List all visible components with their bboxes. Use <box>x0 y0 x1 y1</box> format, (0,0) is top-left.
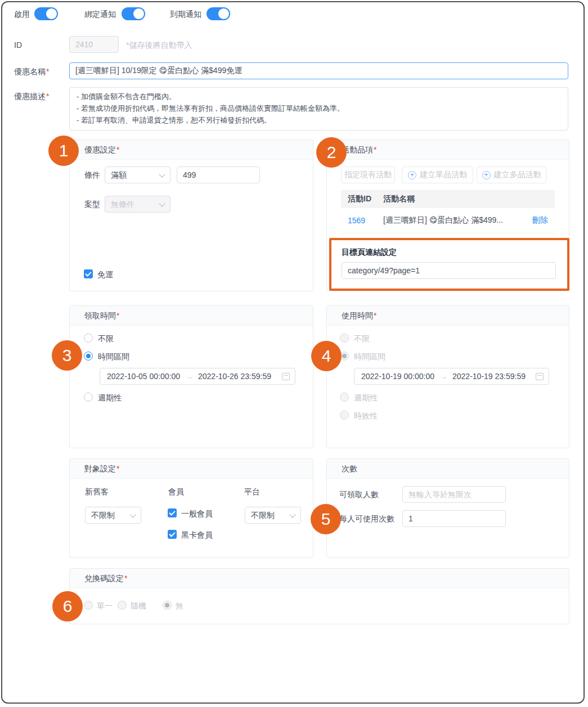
claim-date-range-input[interactable]: 2022-10-05 00:00:00 → 2022-10-26 23:59:5… <box>100 368 295 385</box>
create-single-activity-button: +建立單品活動 <box>402 166 473 183</box>
customer-type-label: 新舊客 <box>85 487 109 496</box>
audience-settings-title: 對象設定* <box>70 459 313 479</box>
claim-cycle-label: 週期性 <box>98 393 122 402</box>
claim-range-label: 時間區間 <box>98 352 129 361</box>
id-autofill-note: *儲存後將自動帶入 <box>126 40 192 49</box>
code-single-radio <box>84 601 93 610</box>
activity-table-row: 1569 [週三嚐鮮日] 😋蛋白點心 滿$499... 刪除 <box>341 208 555 233</box>
platform-select[interactable]: 不限制 <box>245 507 301 524</box>
chevron-down-icon <box>159 171 165 177</box>
counts-title: 次數 <box>327 459 569 479</box>
target-link-highlight-box: 目標頁連結設定 <box>329 238 569 291</box>
discount-settings-title: 優惠設定* <box>70 140 313 160</box>
range-arrow-icon: → <box>185 372 193 381</box>
use-time-title: 使用時間* <box>327 306 569 326</box>
use-unlimited-label: 不限 <box>354 334 370 343</box>
black-card-member-label: 黑卡會員 <box>181 530 213 539</box>
target-link-input[interactable] <box>342 262 556 279</box>
use-date-range-input[interactable]: 2022-10-19 00:00:00 → 2022-10-19 23:59:5… <box>354 368 549 385</box>
step-badge-2: 2 <box>316 137 347 168</box>
step-badge-6: 6 <box>52 591 83 622</box>
condition-amount-input[interactable] <box>177 166 260 183</box>
claim-end-datetime: 2022-10-26 23:59:59 <box>198 372 271 381</box>
desc-line: - 若無成功使用折扣代碼，即無法享有折扣，商品價格請依實際訂單結帳金額為準。 <box>77 102 561 114</box>
use-cycle-label: 週期性 <box>354 393 378 402</box>
code-none-label: 無 <box>176 601 183 610</box>
assign-existing-activity-button: 指定現有活動 <box>341 166 395 183</box>
claim-unlimited-label: 不限 <box>98 334 114 343</box>
enable-toggle[interactable] <box>34 7 58 20</box>
calendar-icon <box>282 373 290 380</box>
case-type-label: 案型 <box>84 200 100 209</box>
enable-toggle-label: 啟用 <box>14 10 30 19</box>
chevron-down-icon <box>159 200 165 206</box>
use-cycle-radio <box>340 393 349 402</box>
bind-notify-toggle-label: 綁定通知 <box>84 10 116 19</box>
expiry-notify-toggle-label: 到期通知 <box>170 10 201 19</box>
use-expiry-label: 時效性 <box>354 411 378 420</box>
activity-table-header: 活動ID 活動名稱 <box>341 190 555 208</box>
code-single-label: 單一 <box>97 601 113 610</box>
use-time-section: 使用時間* 不限 時間區間 2022-10-19 00:00:00 → 2022… <box>326 305 569 448</box>
id-input <box>69 36 119 53</box>
discount-settings-section: 優惠設定* 條件 滿額 案型 無條件 免運 <box>69 139 313 291</box>
plus-circle-icon: + <box>408 171 416 179</box>
use-start-datetime: 2022-10-19 00:00:00 <box>361 372 434 381</box>
claim-time-title: 領取時間* <box>70 306 313 326</box>
redeem-code-title: 兌換碼設定* <box>70 569 569 588</box>
uses-per-person-input[interactable] <box>402 510 506 527</box>
condition-select[interactable]: 滿額 <box>105 166 170 183</box>
activity-id-link[interactable]: 1569 <box>341 216 376 225</box>
expiry-notify-toggle[interactable] <box>207 7 230 20</box>
redeem-code-section: 兌換碼設定* 單一 隨機 無 <box>69 568 569 624</box>
customer-type-select[interactable]: 不限制 <box>85 507 141 524</box>
condition-label: 條件 <box>84 170 100 179</box>
platform-label: 平台 <box>244 487 260 496</box>
coupon-edit-form: { "header_toggles": [ {"label": "啟用", "s… <box>0 0 588 707</box>
claim-range-radio[interactable] <box>84 352 93 361</box>
coupon-name-label: 優惠名稱* <box>14 67 49 76</box>
chevron-down-icon <box>289 511 295 517</box>
activity-name-column-header: 活動名稱 <box>376 194 415 204</box>
coupon-desc-textarea[interactable]: - 加價購金額不包含在門檻內。 - 若無成功使用折扣代碼，即無法享有折扣，商品價… <box>69 87 568 130</box>
code-none-radio <box>163 601 172 610</box>
case-type-select: 無條件 <box>105 196 170 213</box>
code-random-radio <box>118 601 127 610</box>
counts-section: 次數 可領取人數 每人可使用次數 <box>326 458 569 558</box>
chevron-down-icon <box>129 511 136 517</box>
audience-settings-section: 對象設定* 新舊客 會員 平台 不限制 一般會員 黑卡會員 不限制 <box>69 458 313 558</box>
coupon-name-input[interactable] <box>69 62 568 79</box>
code-random-label: 隨機 <box>131 601 146 610</box>
bind-notify-toggle[interactable] <box>122 7 145 20</box>
general-member-checkbox[interactable] <box>168 508 177 517</box>
free-shipping-label: 免運 <box>97 270 113 279</box>
claim-time-section: 領取時間* 不限 時間區間 2022-10-05 00:00:00 → 2022… <box>69 305 313 448</box>
step-badge-4: 4 <box>311 341 342 371</box>
use-end-datetime: 2022-10-19 23:59:59 <box>452 372 526 381</box>
activity-id-column-header: 活動ID <box>341 194 376 204</box>
target-link-label: 目標頁連結設定 <box>342 247 397 256</box>
desc-line: - 加價購金額不包含在門檻內。 <box>77 91 561 102</box>
delete-activity-link[interactable]: 刪除 <box>532 215 555 226</box>
activity-items-title: 活動品項* <box>327 140 569 160</box>
use-expiry-radio <box>340 411 349 420</box>
claim-cycle-radio[interactable] <box>84 393 93 402</box>
use-unlimited-radio <box>340 334 349 343</box>
claimable-people-label: 可領取人數 <box>339 490 379 499</box>
plus-circle-icon: + <box>482 171 491 179</box>
range-arrow-icon: → <box>439 372 447 381</box>
claim-unlimited-radio[interactable] <box>84 334 93 343</box>
free-shipping-checkbox[interactable] <box>84 269 93 278</box>
black-card-member-checkbox[interactable] <box>168 530 177 539</box>
id-label: ID <box>14 40 22 49</box>
step-badge-3: 3 <box>52 340 82 371</box>
desc-line: - 若訂單有取消、申請退貨之情形，恕不另行補發折扣代碼。 <box>77 114 561 126</box>
activity-name-cell: [週三嚐鮮日] 😋蛋白點心 滿$499... <box>376 215 520 226</box>
use-range-label: 時間區間 <box>354 352 385 361</box>
claim-start-datetime: 2022-10-05 00:00:00 <box>107 372 180 381</box>
create-multi-activity-button: +建立多品活動 <box>477 166 546 183</box>
step-badge-5: 5 <box>311 504 341 534</box>
claimable-people-input[interactable] <box>402 486 506 503</box>
calendar-icon <box>536 373 544 380</box>
step-badge-1: 1 <box>48 136 79 166</box>
